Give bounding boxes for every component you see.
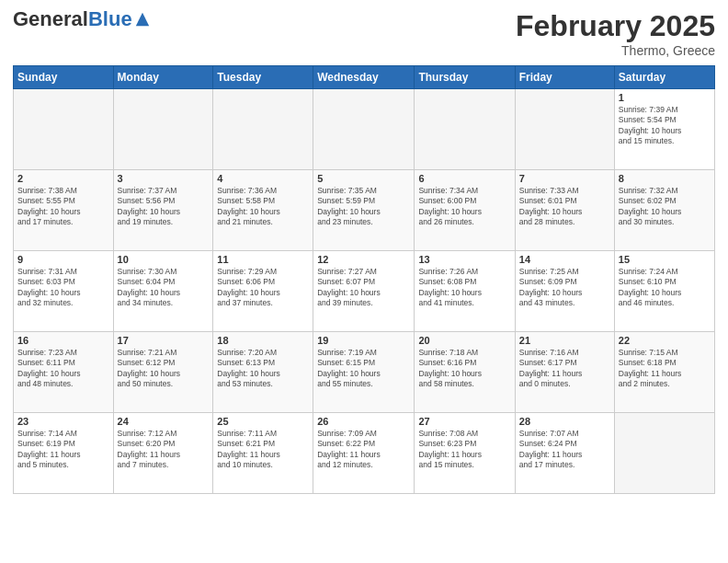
day-number: 21 [519, 335, 610, 346]
day-number: 15 [619, 254, 711, 265]
svg-marker-0 [135, 13, 148, 26]
day-number: 12 [317, 254, 410, 265]
day-number: 7 [519, 173, 610, 184]
table-row [14, 89, 114, 170]
calendar-table: Sunday Monday Tuesday Wednesday Thursday… [13, 65, 715, 494]
table-row: 15Sunrise: 7:24 AM Sunset: 6:10 PM Dayli… [614, 251, 714, 332]
day-number: 11 [217, 254, 309, 265]
header-monday: Monday [113, 66, 213, 89]
day-info: Sunrise: 7:21 AM Sunset: 6:12 PM Dayligh… [118, 348, 210, 390]
table-row: 25Sunrise: 7:11 AM Sunset: 6:21 PM Dayli… [213, 413, 313, 494]
header: GeneralBlue February 2025 Thermo, Greece [13, 9, 715, 58]
calendar-title: February 2025 [516, 9, 715, 43]
calendar-week-row: 16Sunrise: 7:23 AM Sunset: 6:11 PM Dayli… [14, 332, 715, 413]
day-info: Sunrise: 7:08 AM Sunset: 6:23 PM Dayligh… [418, 429, 510, 471]
table-row: 8Sunrise: 7:32 AM Sunset: 6:02 PM Daylig… [614, 170, 714, 251]
day-info: Sunrise: 7:18 AM Sunset: 6:16 PM Dayligh… [418, 348, 510, 390]
table-row: 20Sunrise: 7:18 AM Sunset: 6:16 PM Dayli… [415, 332, 515, 413]
day-number: 28 [519, 416, 610, 427]
day-info: Sunrise: 7:11 AM Sunset: 6:21 PM Dayligh… [217, 429, 309, 471]
page: GeneralBlue February 2025 Thermo, Greece… [0, 0, 728, 563]
day-number: 17 [118, 335, 210, 346]
table-row [515, 89, 614, 170]
logo: GeneralBlue [13, 9, 151, 29]
day-number: 10 [118, 254, 210, 265]
calendar-week-row: 2Sunrise: 7:38 AM Sunset: 5:55 PM Daylig… [14, 170, 715, 251]
day-number: 8 [619, 173, 711, 184]
table-row: 21Sunrise: 7:16 AM Sunset: 6:17 PM Dayli… [515, 332, 614, 413]
calendar-subtitle: Thermo, Greece [516, 43, 715, 58]
header-tuesday: Tuesday [213, 66, 313, 89]
calendar-week-row: 9Sunrise: 7:31 AM Sunset: 6:03 PM Daylig… [14, 251, 715, 332]
day-info: Sunrise: 7:14 AM Sunset: 6:19 PM Dayligh… [17, 429, 109, 471]
day-info: Sunrise: 7:35 AM Sunset: 5:59 PM Dayligh… [317, 186, 410, 228]
title-block: February 2025 Thermo, Greece [516, 9, 715, 58]
logo-icon [134, 11, 151, 28]
day-info: Sunrise: 7:26 AM Sunset: 6:08 PM Dayligh… [418, 267, 510, 309]
header-thursday: Thursday [415, 66, 515, 89]
day-info: Sunrise: 7:23 AM Sunset: 6:11 PM Dayligh… [17, 348, 109, 390]
day-info: Sunrise: 7:39 AM Sunset: 5:54 PM Dayligh… [619, 105, 711, 147]
calendar-week-row: 23Sunrise: 7:14 AM Sunset: 6:19 PM Dayli… [14, 413, 715, 494]
table-row [313, 89, 415, 170]
day-number: 5 [317, 173, 410, 184]
day-number: 14 [519, 254, 610, 265]
header-wednesday: Wednesday [313, 66, 415, 89]
day-info: Sunrise: 7:34 AM Sunset: 6:00 PM Dayligh… [418, 186, 510, 228]
day-info: Sunrise: 7:27 AM Sunset: 6:07 PM Dayligh… [317, 267, 410, 309]
table-row [213, 89, 313, 170]
calendar-week-row: 1Sunrise: 7:39 AM Sunset: 5:54 PM Daylig… [14, 89, 715, 170]
table-row: 22Sunrise: 7:15 AM Sunset: 6:18 PM Dayli… [614, 332, 714, 413]
day-number: 18 [217, 335, 309, 346]
table-row: 17Sunrise: 7:21 AM Sunset: 6:12 PM Dayli… [113, 332, 213, 413]
table-row: 5Sunrise: 7:35 AM Sunset: 5:59 PM Daylig… [313, 170, 415, 251]
table-row: 23Sunrise: 7:14 AM Sunset: 6:19 PM Dayli… [14, 413, 114, 494]
table-row: 19Sunrise: 7:19 AM Sunset: 6:15 PM Dayli… [313, 332, 415, 413]
day-number: 24 [118, 416, 210, 427]
day-number: 27 [418, 416, 510, 427]
table-row: 13Sunrise: 7:26 AM Sunset: 6:08 PM Dayli… [415, 251, 515, 332]
day-info: Sunrise: 7:16 AM Sunset: 6:17 PM Dayligh… [519, 348, 610, 390]
header-friday: Friday [515, 66, 614, 89]
table-row: 28Sunrise: 7:07 AM Sunset: 6:24 PM Dayli… [515, 413, 614, 494]
header-saturday: Saturday [614, 66, 714, 89]
day-number: 3 [118, 173, 210, 184]
day-number: 19 [317, 335, 410, 346]
table-row: 18Sunrise: 7:20 AM Sunset: 6:13 PM Dayli… [213, 332, 313, 413]
day-info: Sunrise: 7:07 AM Sunset: 6:24 PM Dayligh… [519, 429, 610, 471]
day-number: 16 [17, 335, 109, 346]
table-row: 6Sunrise: 7:34 AM Sunset: 6:00 PM Daylig… [415, 170, 515, 251]
table-row [415, 89, 515, 170]
weekday-header-row: Sunday Monday Tuesday Wednesday Thursday… [14, 66, 715, 89]
day-info: Sunrise: 7:29 AM Sunset: 6:06 PM Dayligh… [217, 267, 309, 309]
day-info: Sunrise: 7:25 AM Sunset: 6:09 PM Dayligh… [519, 267, 610, 309]
day-number: 4 [217, 173, 309, 184]
day-info: Sunrise: 7:24 AM Sunset: 6:10 PM Dayligh… [619, 267, 711, 309]
day-info: Sunrise: 7:37 AM Sunset: 5:56 PM Dayligh… [118, 186, 210, 228]
table-row: 27Sunrise: 7:08 AM Sunset: 6:23 PM Dayli… [415, 413, 515, 494]
table-row: 16Sunrise: 7:23 AM Sunset: 6:11 PM Dayli… [14, 332, 114, 413]
day-info: Sunrise: 7:09 AM Sunset: 6:22 PM Dayligh… [317, 429, 410, 471]
table-row: 1Sunrise: 7:39 AM Sunset: 5:54 PM Daylig… [614, 89, 714, 170]
day-info: Sunrise: 7:32 AM Sunset: 6:02 PM Dayligh… [619, 186, 711, 228]
table-row: 3Sunrise: 7:37 AM Sunset: 5:56 PM Daylig… [113, 170, 213, 251]
header-sunday: Sunday [14, 66, 114, 89]
day-info: Sunrise: 7:30 AM Sunset: 6:04 PM Dayligh… [118, 267, 210, 309]
table-row: 14Sunrise: 7:25 AM Sunset: 6:09 PM Dayli… [515, 251, 614, 332]
table-row: 9Sunrise: 7:31 AM Sunset: 6:03 PM Daylig… [14, 251, 114, 332]
table-row: 26Sunrise: 7:09 AM Sunset: 6:22 PM Dayli… [313, 413, 415, 494]
day-number: 13 [418, 254, 510, 265]
logo-general: GeneralBlue [13, 9, 132, 29]
day-number: 22 [619, 335, 711, 346]
day-number: 25 [217, 416, 309, 427]
day-number: 23 [17, 416, 109, 427]
day-info: Sunrise: 7:20 AM Sunset: 6:13 PM Dayligh… [217, 348, 309, 390]
table-row [614, 413, 714, 494]
day-number: 6 [418, 173, 510, 184]
day-info: Sunrise: 7:19 AM Sunset: 6:15 PM Dayligh… [317, 348, 410, 390]
day-info: Sunrise: 7:33 AM Sunset: 6:01 PM Dayligh… [519, 186, 610, 228]
day-info: Sunrise: 7:31 AM Sunset: 6:03 PM Dayligh… [17, 267, 109, 309]
table-row [113, 89, 213, 170]
table-row: 11Sunrise: 7:29 AM Sunset: 6:06 PM Dayli… [213, 251, 313, 332]
day-number: 2 [17, 173, 109, 184]
